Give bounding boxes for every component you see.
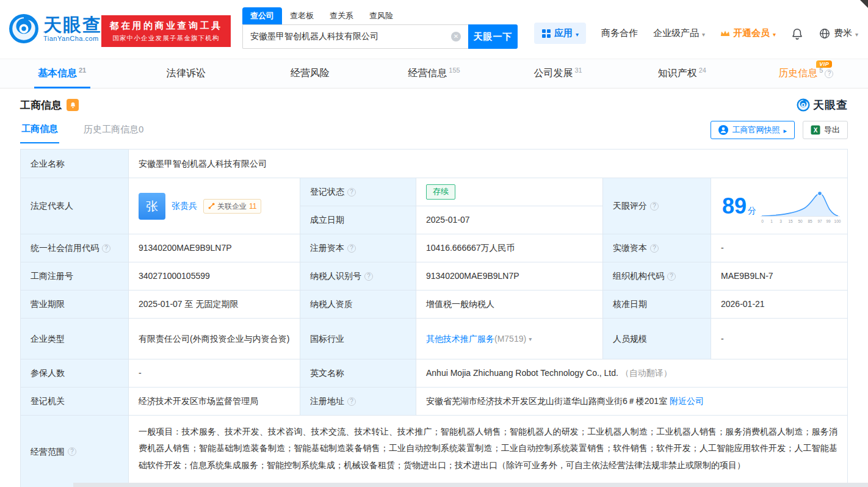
value-company-name: 安徽墨甲智创机器人科技有限公司 — [129, 150, 847, 178]
label-company-type: 企业类型 — [21, 319, 128, 359]
help-icon[interactable] — [347, 188, 356, 197]
apps-grid-icon — [541, 29, 551, 38]
value-registration-status: 存续 — [416, 178, 602, 206]
tianyancha-logo-icon — [9, 13, 39, 44]
label-company-name: 企业名称 — [21, 150, 128, 178]
snapshot-label: 工商官网快照 — [732, 124, 779, 135]
user-menu[interactable]: 费米 — [819, 27, 858, 40]
svg-text:1: 1 — [770, 219, 773, 223]
label-registered-address: 注册地址 — [300, 388, 416, 415]
notification-bell[interactable] — [791, 27, 803, 40]
score-marker-dot — [818, 191, 822, 195]
help-icon[interactable] — [102, 244, 110, 253]
promo-banner: 都在用的商业查询工具 国家中小企业发展子基金旗下机构 — [101, 15, 231, 47]
label-english-name: 英文名称 — [300, 359, 416, 387]
tab-intellectual-property[interactable]: 知识产权 24 — [620, 59, 744, 88]
tab-label: 知识产权 — [658, 67, 697, 80]
help-icon[interactable] — [650, 244, 659, 253]
logo-subtitle: TianYanCha.com — [43, 35, 102, 42]
table-row: 经营范围 一般项目：技术服务、技术开发、技术咨询、技术交流、技术转让、技术推广；… — [21, 416, 847, 487]
arrow-right-icon — [783, 126, 787, 135]
official-snapshot-button[interactable]: 工商官网快照 — [711, 121, 795, 139]
industry-code: (M7519) — [494, 333, 526, 345]
section-title: 工商信息 — [20, 98, 62, 112]
tab-legal[interactable]: 法律诉讼 — [124, 59, 248, 88]
nav-cooperation-label: 商务合作 — [601, 27, 638, 39]
help-icon[interactable] — [347, 244, 356, 253]
search-tab-risk[interactable]: 查风险 — [361, 7, 401, 24]
svg-text:15: 15 — [788, 219, 793, 223]
label-org-code: 组织机构代码 — [603, 262, 711, 290]
nav-enterprise[interactable]: 企业级产品 — [653, 27, 705, 39]
tab-count: 5 — [819, 67, 823, 74]
related-companies-badge[interactable]: 关联企业 11 — [203, 199, 261, 214]
business-info-table: 企业名称 安徽墨甲智创机器人科技有限公司 法定代表人 张 张贵兵 关联企业 11 — [20, 149, 848, 487]
chevron-down-icon — [773, 28, 776, 38]
label-taxpayer-quality: 纳税人资质 — [300, 290, 416, 318]
help-icon[interactable] — [825, 70, 833, 78]
subscribe-bell-icon[interactable] — [67, 99, 79, 111]
tab-basic-info[interactable]: 基本信息 21 — [0, 59, 124, 88]
label-registered-capital: 注册资本 — [300, 234, 416, 262]
table-row: 参保人数 - 英文名称 Anhui Mojia Zhichuang Robot … — [21, 359, 847, 387]
svg-text:50: 50 — [798, 219, 803, 223]
legal-rep-avatar[interactable]: 张 — [139, 193, 165, 220]
clear-icon[interactable] — [451, 32, 461, 41]
chevron-down-icon — [855, 28, 858, 38]
label-registration-status: 登记状态 — [300, 178, 416, 206]
table-row: 登记机关 经济技术开发区市场监督管理局 注册地址 安徽省芜湖市经济技术开发区龙山… — [21, 388, 847, 415]
table-row: 法定代表人 张 张贵兵 关联企业 11 登记状态 存续 — [21, 178, 847, 234]
nav-vip-label: 开通会员 — [733, 27, 770, 39]
value-english-name: Anhui Mojia Zhichuang Robot Technology C… — [416, 359, 847, 387]
chevron-down-icon[interactable] — [529, 334, 532, 344]
bottom-divider — [73, 483, 868, 487]
label-legal-representative: 法定代表人 — [21, 178, 128, 234]
export-button[interactable]: X 导出 — [803, 121, 848, 139]
search-area: 查公司 查老板 查关系 查风险 天眼一下 — [242, 8, 518, 49]
promo-line1: 都在用的商业查询工具 — [110, 20, 223, 32]
search-input[interactable] — [250, 32, 451, 41]
value-approval-date: 2026-01-21 — [711, 290, 847, 318]
nearby-companies-link[interactable]: 附近公司 — [670, 395, 704, 408]
legal-rep-name-link[interactable]: 张贵兵 — [172, 200, 197, 212]
nav-open-vip[interactable]: 开通会员 — [720, 27, 776, 39]
section-header: 工商信息 天眼查 — [20, 95, 848, 115]
logo-title: 天眼查 — [43, 15, 102, 35]
tab-label: 经营信息 — [408, 67, 447, 80]
tab-history[interactable]: 历史信息 VIP 5 — [744, 59, 868, 88]
help-icon[interactable] — [364, 272, 373, 281]
value-registration-authority: 经济技术开发区市场监督管理局 — [129, 388, 300, 415]
help-icon[interactable] — [650, 202, 659, 211]
tab-operating-info[interactable]: 经营信息 155 — [372, 59, 496, 88]
vip-badge: VIP — [816, 60, 832, 68]
globe-icon — [819, 27, 831, 40]
corner-ribbon — [860, 0, 868, 8]
related-companies-count: 11 — [249, 201, 256, 212]
subtab-business-info[interactable]: 工商信息 — [20, 117, 59, 143]
help-icon[interactable] — [347, 397, 356, 406]
help-icon[interactable] — [68, 447, 76, 456]
nav-cooperation[interactable]: 商务合作 — [601, 27, 638, 39]
search-tab-company[interactable]: 查公司 — [242, 7, 282, 24]
tianyancha-logo[interactable]: 天眼查 TianYanCha.com — [9, 13, 102, 44]
table-row: 营业期限 2025-01-07 至 无固定期限 纳税人资质 增值税一般纳税人 核… — [21, 290, 847, 318]
search-tab-relation[interactable]: 查关系 — [322, 7, 361, 24]
tab-label: 历史信息 — [778, 68, 817, 78]
industry-link[interactable]: 其他技术推广服务 — [426, 333, 494, 345]
status-date-subgrid: 登记状态 存续 成立日期 2025-01-07 — [300, 178, 602, 234]
score-distribution-chart: 0 1 3 15 50 85 97 99 100 — [759, 186, 841, 226]
company-nav-tabs: 基本信息 21 法律诉讼 经营风险 经营信息 155 公司发展 31 知识产权 … — [0, 59, 868, 88]
tab-label: 公司发展 — [534, 67, 573, 80]
subtab-history-business-info[interactable]: 历史工商信息0 — [82, 118, 145, 143]
search-button[interactable]: 天眼一下 — [468, 24, 518, 49]
tab-operating-risk[interactable]: 经营风险 — [248, 59, 372, 88]
tab-development[interactable]: 公司发展 31 — [496, 59, 620, 88]
value-tyc-score: 89分 0 1 3 15 50 85 97 99 100 — [711, 178, 847, 234]
help-icon[interactable] — [667, 272, 676, 281]
chevron-down-icon — [702, 28, 705, 38]
export-label: 导出 — [824, 124, 840, 135]
nav-apps[interactable]: 应用 — [534, 23, 586, 44]
search-tab-boss[interactable]: 查老板 — [282, 7, 322, 24]
label-registration-authority: 登记机关 — [21, 388, 128, 415]
status-badge: 存续 — [426, 184, 455, 199]
